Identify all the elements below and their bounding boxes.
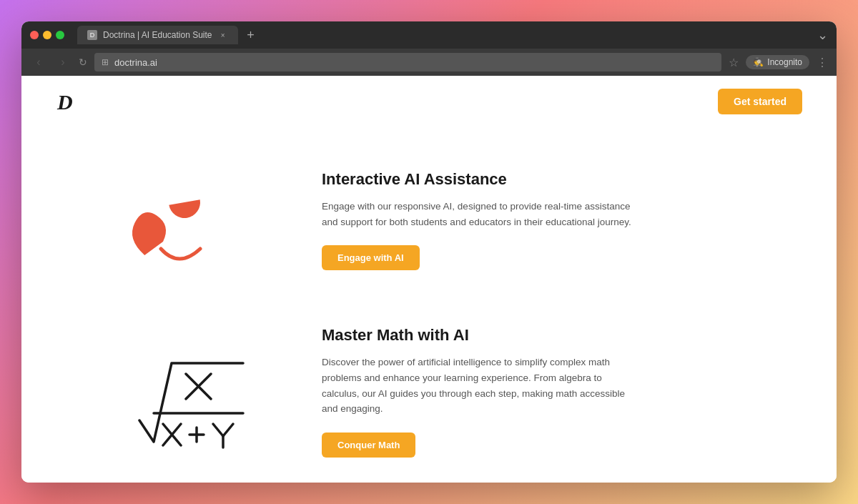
back-button[interactable]: ‹	[30, 56, 47, 69]
tab-favicon: D	[87, 30, 97, 40]
traffic-lights	[30, 31, 64, 39]
ai-assistance-section: Interactive AI Assistance Engage with ou…	[21, 142, 837, 299]
master-math-section: Master Math with AI Discover the power o…	[21, 299, 837, 483]
bookmark-icon[interactable]: ☆	[729, 56, 739, 69]
new-tab-button[interactable]: +	[242, 26, 260, 44]
address-grid-icon: ⊞	[102, 57, 109, 67]
get-started-button[interactable]: Get started	[718, 89, 802, 114]
address-bar[interactable]: ⊞ doctrina.ai	[94, 53, 721, 71]
browser-window: D Doctrina | AI Education Suite × + ⌄ ‹ …	[21, 21, 837, 483]
tab-bar: D Doctrina | AI Education Suite × +	[77, 26, 812, 44]
ai-assistance-title: Interactive AI Assistance	[322, 170, 636, 189]
ai-assistance-desc: Engage with our responsive AI, designed …	[322, 199, 636, 229]
page-content: D Get started	[21, 76, 837, 483]
ai-illustration	[79, 163, 279, 277]
close-window-button[interactable]	[30, 31, 39, 39]
svg-text:D: D	[56, 90, 73, 114]
browser-tab[interactable]: D Doctrina | AI Education Suite ×	[77, 26, 238, 44]
conquer-math-button[interactable]: Conquer Math	[322, 433, 415, 458]
site-navbar: D Get started	[21, 76, 837, 127]
logo[interactable]: D	[56, 89, 82, 114]
minimize-window-button[interactable]	[43, 31, 51, 39]
ai-shapes-svg	[107, 163, 250, 277]
browser-titlebar: D Doctrina | AI Education Suite × + ⌄	[21, 21, 837, 49]
math-illustration	[79, 320, 279, 463]
incognito-icon: 🕵	[753, 57, 764, 67]
logo-svg: D	[56, 89, 82, 114]
svg-line-9	[223, 424, 233, 436]
master-math-desc: Discover the power of artificial intelli…	[322, 355, 636, 416]
incognito-badge: 🕵 Incognito	[746, 55, 809, 69]
browser-toolbar: ‹ › ↻ ⊞ doctrina.ai ☆ 🕵 Incognito ⋮	[21, 49, 837, 76]
address-text: doctrina.ai	[114, 57, 157, 68]
tab-label: Doctrina | AI Education Suite	[103, 30, 212, 40]
maximize-window-button[interactable]	[56, 31, 64, 39]
forward-button[interactable]: ›	[54, 56, 72, 69]
engage-ai-button[interactable]: Engage with AI	[322, 245, 420, 270]
more-menu-button[interactable]: ⋮	[817, 56, 828, 69]
master-math-title: Master Math with AI	[322, 326, 636, 345]
sections-container: Interactive AI Assistance Engage with ou…	[21, 127, 837, 483]
refresh-button[interactable]: ↻	[79, 56, 87, 68]
master-math-content: Master Math with AI Discover the power o…	[322, 326, 636, 457]
tab-close-button[interactable]: ×	[218, 30, 228, 40]
incognito-label: Incognito	[767, 57, 802, 67]
toolbar-right: ☆ 🕵 Incognito ⋮	[729, 55, 828, 69]
ai-assistance-content: Interactive AI Assistance Engage with ou…	[322, 170, 636, 270]
window-chevron: ⌄	[817, 27, 828, 43]
svg-line-8	[213, 424, 223, 436]
math-svg	[100, 320, 257, 463]
